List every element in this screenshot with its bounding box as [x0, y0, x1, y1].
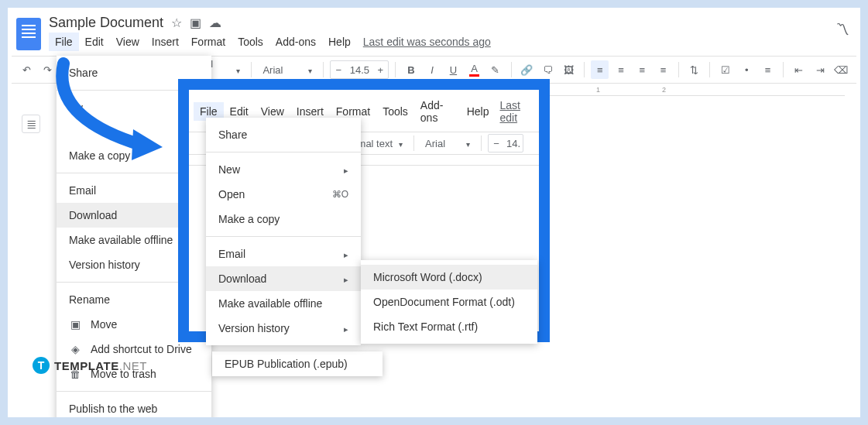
download-submenu: Microsoft Word (.docx) OpenDocument Form…: [361, 260, 537, 344]
font-dropdown[interactable]: Arial: [258, 64, 317, 76]
cloud-status-icon: ☁: [209, 15, 221, 30]
italic-button[interactable]: I: [424, 60, 441, 79]
font-size-increase[interactable]: +: [372, 61, 388, 78]
callout-inset: File Edit View Insert Format Tools Add-o…: [178, 79, 550, 342]
chevron-right-icon: [344, 272, 348, 285]
move-folder-icon[interactable]: ▣: [190, 15, 201, 30]
font-size-decrease[interactable]: −: [331, 61, 346, 78]
menu-view[interactable]: View: [110, 33, 146, 51]
star-icon[interactable]: ☆: [171, 15, 182, 30]
highlight-button[interactable]: ✎: [486, 60, 504, 79]
download-rtf[interactable]: Rich Text Format (.rtf): [361, 314, 537, 339]
chevron-right-icon: [344, 322, 348, 334]
align-left-button[interactable]: ≡: [591, 60, 609, 79]
menu-format[interactable]: Format: [185, 33, 232, 51]
inset-menu-version[interactable]: Version history: [206, 316, 361, 341]
insert-image-button[interactable]: 🖼: [560, 60, 578, 79]
app-bar: Sample Document ☆ ▣ ☁ File Edit View Ins…: [12, 12, 856, 51]
menu-edit[interactable]: Edit: [79, 33, 110, 51]
inset-menu-make-copy[interactable]: Make a copy: [206, 207, 361, 231]
font-label: Arial: [262, 64, 283, 76]
inset-menu-tools[interactable]: Tools: [376, 102, 414, 121]
align-center-button[interactable]: ≡: [612, 60, 630, 79]
document-title[interactable]: Sample Document: [49, 15, 163, 31]
bold-button[interactable]: B: [402, 60, 420, 79]
inset-menu-email[interactable]: Email: [206, 242, 361, 266]
download-epub[interactable]: EPUB Publication (.epub): [212, 351, 383, 376]
clear-formatting-button[interactable]: ⌫: [832, 60, 850, 79]
download-docx[interactable]: Microsoft Word (.docx): [361, 265, 537, 290]
inset-menu-new[interactable]: New: [206, 157, 361, 182]
insert-link-button[interactable]: 🔗: [518, 60, 536, 79]
ruler-tick: 2: [662, 86, 666, 94]
watermark-badge: T TEMPLATE.NET: [33, 357, 147, 374]
numbered-list-button[interactable]: ≡: [759, 60, 777, 79]
inset-menu-download[interactable]: Download: [206, 266, 361, 291]
badge-logo-icon: T: [33, 357, 50, 374]
menu-insert[interactable]: Insert: [146, 33, 185, 51]
menu-addons[interactable]: Add-ons: [269, 33, 322, 51]
badge-name: TEMPLATE: [54, 359, 119, 372]
inset-menu-offline[interactable]: Make available offline: [206, 291, 361, 316]
document-outline-icon[interactable]: ≣: [22, 115, 40, 133]
inset-menu-share[interactable]: Share: [206, 122, 361, 147]
inset-menu-addons[interactable]: Add-ons: [414, 96, 461, 127]
inset-font-decrease[interactable]: −: [489, 135, 504, 152]
bulleted-list-button[interactable]: •: [738, 60, 756, 79]
insert-comment-button[interactable]: 🗨: [539, 60, 557, 79]
checklist-button[interactable]: ☑: [716, 60, 734, 79]
indent-decrease-button[interactable]: ⇤: [790, 60, 808, 79]
menu-file[interactable]: File: [49, 33, 79, 51]
docs-logo-icon[interactable]: [16, 18, 41, 50]
inset-menu-help[interactable]: Help: [461, 102, 496, 121]
undo-button[interactable]: ↶: [18, 60, 36, 79]
shortcut-label: ⌘O: [332, 189, 348, 200]
underline-button[interactable]: U: [444, 60, 462, 79]
align-right-button[interactable]: ≡: [633, 60, 651, 79]
inset-file-menu: Share New Open⌘O Make a copy Email Downl…: [206, 118, 361, 345]
chevron-right-icon: [344, 163, 348, 176]
badge-suffix: .NET: [119, 359, 147, 372]
font-size-stepper[interactable]: − 14.5 +: [330, 60, 389, 79]
download-odt[interactable]: OpenDocument Format (.odt): [361, 290, 537, 314]
menu-help[interactable]: Help: [322, 33, 357, 51]
inset-font-size-value: 14.: [504, 138, 523, 149]
menu-bar: File Edit View Insert Format Tools Add-o…: [49, 33, 491, 51]
file-menu-publish[interactable]: Publish to the web: [57, 396, 211, 421]
inset-font-size[interactable]: − 14.: [488, 134, 523, 153]
align-justify-button[interactable]: ≡: [654, 60, 672, 79]
activity-trend-icon[interactable]: 〽: [835, 22, 849, 38]
text-color-button[interactable]: A: [465, 60, 483, 79]
menu-tools[interactable]: Tools: [232, 33, 269, 51]
drive-shortcut-icon: ◈: [69, 343, 81, 355]
indent-increase-button[interactable]: ⇥: [811, 60, 829, 79]
chevron-right-icon: [344, 248, 348, 260]
line-spacing-button[interactable]: ⇅: [685, 60, 703, 79]
inset-last-edit[interactable]: Last edit: [499, 99, 534, 124]
inset-font-dropdown[interactable]: Arial: [420, 138, 475, 149]
last-edit-link[interactable]: Last edit was seconds ago: [363, 36, 491, 48]
inset-menu-open[interactable]: Open⌘O: [206, 182, 361, 207]
ruler-tick: 1: [596, 86, 600, 94]
folder-move-icon: ▣: [69, 318, 81, 331]
redo-button[interactable]: ↷: [39, 60, 57, 79]
font-size-value[interactable]: 14.5: [346, 64, 372, 76]
